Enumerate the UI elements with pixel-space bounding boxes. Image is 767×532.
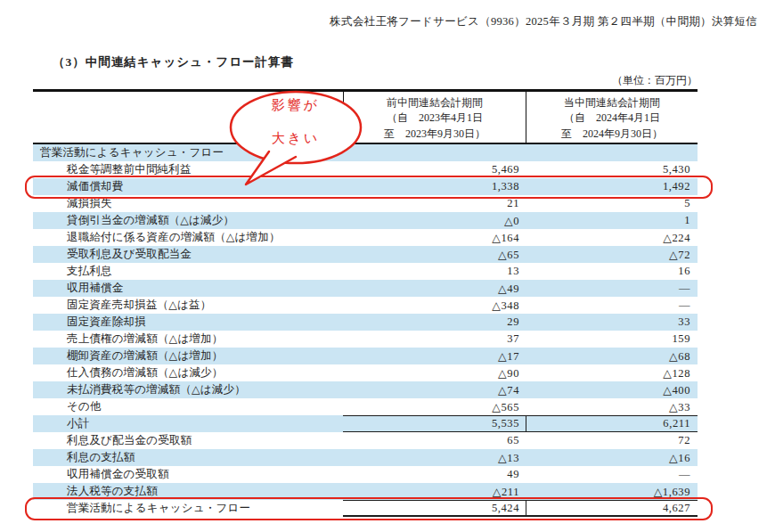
table-row: 営業活動によるキャッシュ・フロー (33, 144, 698, 161)
table-header: 前中間連結会計期間 （自 2023年4月1日 至 2023年9月30日） 当中間… (33, 89, 698, 144)
prev-period-value: 65 (343, 432, 526, 449)
page-title: （3）中間連結キャッシュ・フロー計算書 (53, 54, 294, 70)
row-label: 受取利息及び受取配当金 (33, 246, 343, 263)
curr-period-value: 4,627 (526, 500, 698, 517)
period-prev-line1: 前中間連結会計期間 (344, 95, 526, 110)
period-column-curr: 当中間連結会計期間 （自 2024年4月1日 至 2024年9月30日） (526, 92, 698, 143)
row-label: 収用補償金の受取額 (33, 466, 343, 483)
table-row: 収用補償金 △49 ― (33, 280, 698, 297)
curr-period-value: △1,639 (526, 483, 698, 500)
curr-period-value: ― (526, 280, 698, 297)
table-row: 営業活動によるキャッシュ・フロー 5,424 4,627 (33, 500, 698, 517)
prev-period-value: 49 (343, 466, 526, 483)
prev-period-value: △49 (343, 280, 526, 297)
row-label: 減価償却費 (33, 178, 343, 195)
table-row: 収用補償金の受取額 49 ― (33, 466, 698, 483)
table-body: 営業活動によるキャッシュ・フロー 税金等調整前中間純利益 5,469 5,430… (33, 144, 698, 517)
prev-period-value: △74 (343, 381, 526, 398)
curr-period-value: △33 (526, 398, 698, 415)
row-label: 仕入債務の増減額（△は減少） (33, 364, 343, 381)
annotation-text: 影響が 大きい (233, 97, 358, 146)
curr-period-value: 16 (526, 263, 698, 280)
period-prev-line2: （自 2023年4月1日 (344, 110, 526, 126)
prev-period-value: △13 (343, 449, 526, 466)
curr-period-value: 5,430 (526, 161, 698, 178)
period-prev-line3: 至 2023年9月30日） (344, 127, 526, 142)
table-row: その他 △565 △33 (33, 398, 698, 415)
curr-period-value: △128 (526, 364, 698, 381)
curr-period-value: 33 (526, 314, 698, 331)
document-header: 株式会社王将フードサービス（9936）2025年３月期 第２四半期（中間期）決算… (330, 14, 757, 29)
row-label: 営業活動によるキャッシュ・フロー (33, 500, 343, 517)
prev-period-value: 5,469 (343, 161, 526, 178)
row-label: 税金等調整前中間純利益 (33, 161, 343, 178)
row-label: 退職給付に係る資産の増減額（△は増加） (33, 229, 343, 246)
table-row: 固定資産除却損 29 33 (33, 314, 698, 331)
prev-period-value: △90 (343, 364, 526, 381)
table-row: 利息の支払額 △13 △16 (33, 449, 698, 466)
row-label: 未払消費税等の増減額（△は減少） (33, 381, 343, 398)
table-row: 固定資産売却損益（△は益） △348 ― (33, 297, 698, 314)
table-row: 退職給付に係る資産の増減額（△は増加） △164 △224 (33, 229, 698, 246)
table-row: 貸倒引当金の増減額（△は減少） △0 1 (33, 212, 698, 229)
curr-period-value: 1,492 (526, 178, 698, 195)
row-label: 法人税等の支払額 (33, 483, 343, 500)
row-label: 利息及び配当金の受取額 (33, 432, 343, 449)
prev-period-value: 5,424 (343, 500, 526, 517)
table-row: 小計 5,535 6,211 (33, 415, 698, 432)
prev-period-value: △565 (343, 398, 526, 415)
curr-period-value: 159 (526, 331, 698, 348)
curr-period-value: △400 (526, 381, 698, 398)
prev-period-value (343, 144, 526, 161)
prev-period-value: △211 (343, 483, 526, 500)
table-row: 未払消費税等の増減額（△は減少） △74 △400 (33, 381, 698, 398)
curr-period-value (526, 144, 698, 161)
row-label: 貸倒引当金の増減額（△は減少） (33, 212, 343, 229)
curr-period-value: ― (526, 297, 698, 314)
curr-period-value: △68 (526, 348, 698, 364)
table-row: 利息及び配当金の受取額 65 72 (33, 432, 698, 449)
row-label: 利息の支払額 (33, 449, 343, 466)
prev-period-value: 5,535 (343, 415, 526, 432)
annotation-line-1: 影響が (233, 97, 358, 113)
curr-period-value: △16 (526, 449, 698, 466)
prev-period-value: △0 (343, 212, 526, 229)
row-label: 固定資産売却損益（△は益） (33, 297, 343, 314)
curr-period-value: 5 (526, 195, 698, 212)
prev-period-value: 1,338 (343, 178, 526, 195)
unit-label: （単位：百万円） (33, 73, 698, 88)
period-curr-line3: 至 2024年9月30日） (526, 127, 698, 142)
curr-period-value: ― (526, 466, 698, 483)
table-row: 支払利息 13 16 (33, 263, 698, 280)
row-label: 固定資産除却損 (33, 314, 343, 331)
table-row: 仕入債務の増減額（△は減少） △90 △128 (33, 364, 698, 381)
prev-period-value: 37 (343, 331, 526, 348)
curr-period-value: △72 (526, 246, 698, 263)
period-curr-line2: （自 2024年4月1日 (526, 110, 698, 126)
table-row: 受取利息及び受取配当金 △65 △72 (33, 246, 698, 263)
table-row: 棚卸資産の増減額（△は増加） △17 △68 (33, 348, 698, 364)
table-row: 売上債権の増減額（△は増加） 37 159 (33, 331, 698, 348)
row-label: 棚卸資産の増減額（△は増加） (33, 348, 343, 364)
prev-period-value: 29 (343, 314, 526, 331)
row-label: 減損損失 (33, 195, 343, 212)
table-row: 税金等調整前中間純利益 5,469 5,430 (33, 161, 698, 178)
curr-period-value: 1 (526, 212, 698, 229)
prev-period-value: 21 (343, 195, 526, 212)
table-row: 法人税等の支払額 △211 △1,639 (33, 483, 698, 500)
cashflow-table: 前中間連結会計期間 （自 2023年4月1日 至 2023年9月30日） 当中間… (33, 89, 698, 517)
row-label: 支払利息 (33, 263, 343, 280)
curr-period-value: 6,211 (526, 415, 698, 432)
curr-period-value: △224 (526, 229, 698, 246)
prev-period-value: △164 (343, 229, 526, 246)
prev-period-value: △348 (343, 297, 526, 314)
row-label: 小計 (33, 415, 343, 432)
prev-period-value: △65 (343, 246, 526, 263)
row-label: 売上債権の増減額（△は増加） (33, 331, 343, 348)
period-column-prev: 前中間連結会計期間 （自 2023年4月1日 至 2023年9月30日） (343, 92, 526, 143)
table-row: 減損損失 21 5 (33, 195, 698, 212)
row-label: 収用補償金 (33, 280, 343, 297)
document-page: 株式会社王将フードサービス（9936）2025年３月期 第２四半期（中間期）決算… (0, 0, 767, 532)
period-curr-line1: 当中間連結会計期間 (526, 95, 698, 110)
curr-period-value: 72 (526, 432, 698, 449)
